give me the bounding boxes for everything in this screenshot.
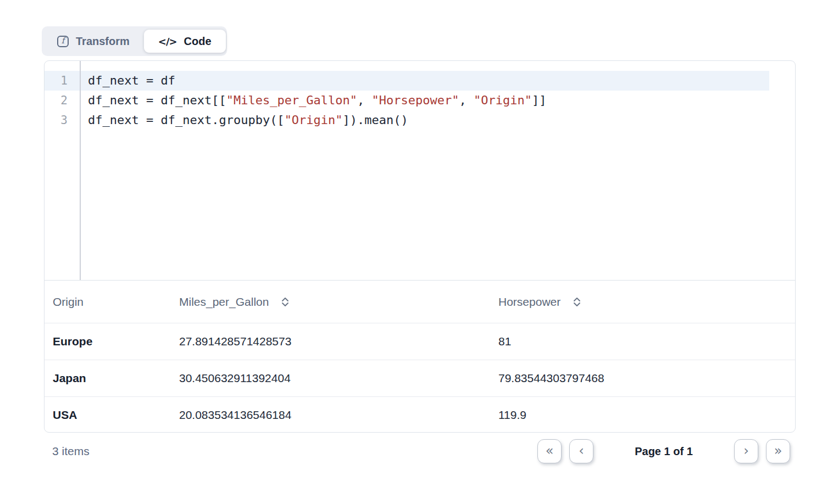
code-line[interactable]: 1df_next = df <box>45 71 769 91</box>
table-body: Europe27.89142857142857381Japan30.450632… <box>45 323 795 433</box>
value-cell: 27.891428571428573 <box>179 335 498 348</box>
sort-icon[interactable] <box>281 297 290 307</box>
column-header-label: Miles_per_Gallon <box>179 295 269 309</box>
table-footer: 3 items « ‹ Page 1 of 1 › » <box>44 439 796 463</box>
row-index-cell: USA <box>45 408 179 422</box>
code-editor[interactable]: 1df_next = df2df_next = df_next[["Miles_… <box>45 61 795 281</box>
tab-transform[interactable]: f Transform <box>43 30 144 53</box>
code-icon: </> <box>158 36 177 47</box>
code-text: df_next = df_next.groupby(["Origin"]).me… <box>80 110 408 130</box>
prev-page-button[interactable]: ‹ <box>569 439 593 463</box>
view-mode-tabbar: f Transform </> Code <box>42 26 227 56</box>
value-cell: 81 <box>498 335 795 348</box>
tab-transform-label: Transform <box>76 35 130 48</box>
code-line[interactable]: 3df_next = df_next.groupby(["Origin"]).m… <box>45 110 795 130</box>
transform-panel: 1df_next = df2df_next = df_next[["Miles_… <box>44 60 796 433</box>
column-header-label: Origin <box>53 295 84 309</box>
code-lines: 1df_next = df2df_next = df_next[["Miles_… <box>45 71 795 130</box>
value-cell: 119.9 <box>498 408 795 422</box>
chevron-right-icon: › <box>743 444 749 457</box>
last-page-button[interactable]: » <box>766 439 790 463</box>
function-icon: f <box>57 36 69 47</box>
code-line[interactable]: 2df_next = df_next[["Miles_per_Gallon", … <box>45 91 795 110</box>
value-cell: 20.083534136546184 <box>179 408 498 422</box>
double-chevron-left-icon: « <box>546 444 554 457</box>
items-count: 3 items <box>52 445 90 458</box>
code-text: df_next = df_next[["Miles_per_Gallon", "… <box>80 91 547 110</box>
column-header-miles-per-gallon[interactable]: Miles_per_Gallon <box>179 295 498 309</box>
line-number: 3 <box>45 110 80 130</box>
value-cell: 79.83544303797468 <box>498 372 795 385</box>
tab-code[interactable]: </> Code <box>144 30 226 53</box>
code-text: df_next = df <box>80 71 175 91</box>
table-row[interactable]: USA20.083534136546184119.9 <box>45 396 795 433</box>
page-indicator: Page 1 of 1 <box>601 445 726 458</box>
table-row[interactable]: Europe27.89142857142857381 <box>45 323 795 360</box>
tab-code-label: Code <box>184 35 212 48</box>
chevron-left-icon: ‹ <box>579 444 584 457</box>
sort-icon[interactable] <box>573 297 581 307</box>
line-number: 2 <box>45 91 80 110</box>
first-page-button[interactable]: « <box>537 439 562 463</box>
column-header-label: Horsepower <box>498 295 560 309</box>
line-number: 1 <box>45 71 80 91</box>
column-header-origin[interactable]: Origin <box>45 295 179 309</box>
next-page-button[interactable]: › <box>734 439 758 463</box>
column-header-horsepower[interactable]: Horsepower <box>498 295 795 309</box>
table-row[interactable]: Japan30.45063291139240479.83544303797468 <box>45 360 795 396</box>
row-index-cell: Japan <box>45 372 179 385</box>
pagination: « ‹ Page 1 of 1 › » <box>537 439 790 463</box>
row-index-cell: Europe <box>45 335 179 348</box>
table-header-row: Origin Miles_per_Gallon Horsepower <box>45 281 795 323</box>
double-chevron-right-icon: » <box>774 444 782 457</box>
value-cell: 30.450632911392404 <box>179 372 498 385</box>
